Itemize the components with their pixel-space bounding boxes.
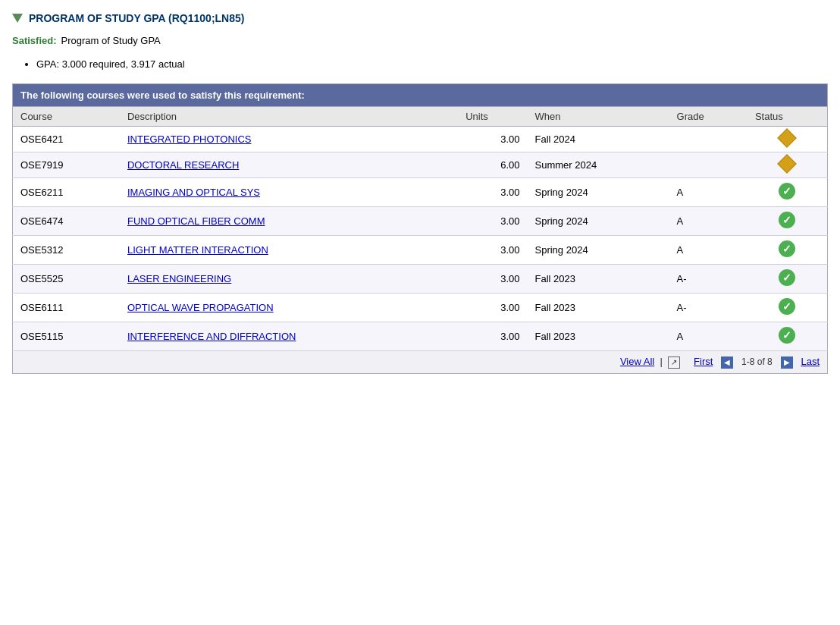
check-status-icon xyxy=(779,240,795,257)
table-row: OSE5115INTERFERENCE AND DIFFRACTION3.00F… xyxy=(13,322,828,351)
cell-units: 3.00 xyxy=(458,207,527,236)
cell-grade: A xyxy=(669,236,748,265)
cell-course: OSE5115 xyxy=(13,322,120,351)
external-link-icon[interactable]: ↗ xyxy=(668,356,680,369)
table-row: OSE6421INTEGRATED PHOTONICS3.00Fall 2024 xyxy=(13,127,828,152)
cell-description[interactable]: LIGHT MATTER INTERACTION xyxy=(120,236,458,265)
table-row: OSE6474FUND OPTICAL FIBER COMM3.00Spring… xyxy=(13,207,828,236)
col-course: Course xyxy=(13,107,120,127)
satisfied-label: Satisfied: xyxy=(12,35,57,46)
cell-grade: A- xyxy=(669,265,748,294)
cell-grade: A- xyxy=(669,294,748,322)
cell-units: 3.00 xyxy=(458,127,527,152)
cell-status xyxy=(748,127,828,152)
cell-units: 3.00 xyxy=(458,265,527,294)
check-status-icon xyxy=(779,183,795,199)
gpa-info: GPA: 3.000 required, 3.917 actual xyxy=(36,58,828,70)
last-link[interactable]: Last xyxy=(801,356,820,367)
cell-units: 3.00 xyxy=(458,236,527,265)
col-units: Units xyxy=(458,107,527,127)
cell-course: OSE5312 xyxy=(13,236,120,265)
view-all-link[interactable]: View All xyxy=(620,356,654,367)
cell-when: Spring 2024 xyxy=(528,207,669,236)
cell-units: 3.00 xyxy=(458,178,527,207)
cell-grade: A xyxy=(669,207,748,236)
cell-when: Fall 2023 xyxy=(528,294,669,322)
cell-units: 3.00 xyxy=(458,294,527,322)
cell-when: Fall 2024 xyxy=(528,127,669,152)
cell-description[interactable]: DOCTORAL RESEARCH xyxy=(120,152,458,178)
check-status-icon xyxy=(779,327,795,344)
cell-description[interactable]: LASER ENGINEERING xyxy=(120,265,458,294)
col-grade: Grade xyxy=(669,107,748,127)
cell-status xyxy=(748,322,828,351)
check-status-icon xyxy=(779,298,795,315)
cell-grade xyxy=(669,127,748,152)
prev-arrow[interactable]: ◀ xyxy=(721,356,733,369)
cell-status xyxy=(748,207,828,236)
section-header: PROGRAM OF STUDY GPA (RQ1100;LN85) xyxy=(12,12,828,24)
cell-description[interactable]: INTEGRATED PHOTONICS xyxy=(120,127,458,152)
table-row: OSE6211IMAGING AND OPTICAL SYS3.00Spring… xyxy=(13,178,828,207)
cell-course: OSE6211 xyxy=(13,178,120,207)
courses-table: The following courses were used to satis… xyxy=(12,83,828,374)
cell-units: 3.00 xyxy=(458,322,527,351)
col-when: When xyxy=(528,107,669,127)
cell-status xyxy=(748,152,828,178)
cell-course: OSE6111 xyxy=(13,294,120,322)
cell-status xyxy=(748,178,828,207)
cell-course: OSE7919 xyxy=(13,152,120,178)
column-headers: Course Description Units When Grade Stat… xyxy=(13,107,828,127)
cell-description[interactable]: FUND OPTICAL FIBER COMM xyxy=(120,207,458,236)
cell-course: OSE5525 xyxy=(13,265,120,294)
diamond-status-icon xyxy=(778,128,797,147)
cell-when: Fall 2023 xyxy=(528,322,669,351)
cell-description[interactable]: OPTICAL WAVE PROPAGATION xyxy=(120,294,458,322)
table-row: OSE5312LIGHT MATTER INTERACTION3.00Sprin… xyxy=(13,236,828,265)
table-row: OSE7919DOCTORAL RESEARCH6.00Summer 2024 xyxy=(13,152,828,178)
cell-description[interactable]: INTERFERENCE AND DIFFRACTION xyxy=(120,322,458,351)
cell-when: Spring 2024 xyxy=(528,236,669,265)
first-link[interactable]: First xyxy=(694,356,713,367)
cell-when: Fall 2023 xyxy=(528,265,669,294)
gpa-text: GPA: 3.000 required, 3.917 actual xyxy=(36,58,185,70)
table-main-header: The following courses were used to satis… xyxy=(13,84,828,107)
collapse-icon[interactable] xyxy=(12,14,23,23)
cell-course: OSE6421 xyxy=(13,127,120,152)
cell-units: 6.00 xyxy=(458,152,527,178)
cell-course: OSE6474 xyxy=(13,207,120,236)
table-header-text: The following courses were used to satis… xyxy=(13,84,828,107)
cell-description[interactable]: IMAGING AND OPTICAL SYS xyxy=(120,178,458,207)
cell-status xyxy=(748,265,828,294)
section-title: PROGRAM OF STUDY GPA (RQ1100;LN85) xyxy=(29,12,244,24)
col-status: Status xyxy=(748,107,828,127)
check-status-icon xyxy=(779,212,795,228)
page-info: 1-8 of 8 xyxy=(741,356,773,367)
cell-grade: A xyxy=(669,178,748,207)
cell-grade: A xyxy=(669,322,748,351)
cell-when: Summer 2024 xyxy=(528,152,669,178)
col-description: Description xyxy=(120,107,458,127)
next-arrow[interactable]: ▶ xyxy=(781,356,793,369)
cell-when: Spring 2024 xyxy=(528,178,669,207)
table-row: OSE6111OPTICAL WAVE PROPAGATION3.00Fall … xyxy=(13,294,828,322)
table-footer: View All | ↗ First ◀ 1-8 of 8 ▶ Last xyxy=(13,351,828,374)
cell-grade xyxy=(669,152,748,178)
diamond-status-icon xyxy=(778,154,797,173)
check-status-icon xyxy=(779,269,795,286)
cell-status xyxy=(748,236,828,265)
satisfied-row: Satisfied: Program of Study GPA xyxy=(12,35,828,46)
satisfied-text: Program of Study GPA xyxy=(61,35,161,46)
cell-status xyxy=(748,294,828,322)
table-row: OSE5525LASER ENGINEERING3.00Fall 2023A- xyxy=(13,265,828,294)
